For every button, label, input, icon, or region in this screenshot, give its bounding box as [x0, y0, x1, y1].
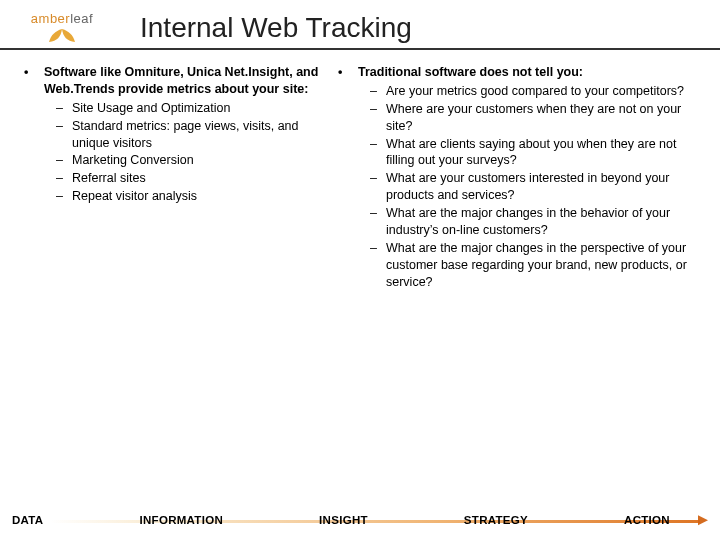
- bullet-item: • Software like Omniture, Unica Net.Insi…: [24, 64, 334, 206]
- right-column: • Traditional software does not tell you…: [338, 64, 696, 293]
- bullet-lead-text: Traditional software does not tell you:: [358, 65, 583, 79]
- leaf-icon: [47, 27, 77, 45]
- slide-body: • Software like Omniture, Unica Net.Insi…: [0, 50, 720, 293]
- sub-item: –Where are your customers when they are …: [370, 101, 696, 135]
- sub-text: Marketing Conversion: [72, 152, 334, 169]
- sub-text: Are your metrics good compared to your c…: [386, 83, 696, 100]
- footer-bar: DATA INFORMATION INSIGHT STRATEGY ACTION: [0, 514, 720, 526]
- sub-item: –Marketing Conversion: [56, 152, 334, 169]
- bullet-item: • Traditional software does not tell you…: [338, 64, 696, 291]
- footer-label: DATA: [12, 514, 43, 526]
- sub-dash: –: [56, 100, 72, 117]
- sub-text: Referral sites: [72, 170, 334, 187]
- sub-dash: –: [370, 83, 386, 100]
- sub-text: Repeat visitor analysis: [72, 188, 334, 205]
- sub-text: Site Usage and Optimization: [72, 100, 334, 117]
- sub-dash: –: [370, 136, 386, 170]
- bullet-body: Software like Omniture, Unica Net.Insigh…: [44, 64, 334, 206]
- sub-item: –Are your metrics good compared to your …: [370, 83, 696, 100]
- sub-text: Standard metrics: page views, visits, an…: [72, 118, 334, 152]
- bullet-marker: •: [24, 64, 44, 206]
- sub-item: –Repeat visitor analysis: [56, 188, 334, 205]
- footer-label: INFORMATION: [139, 514, 223, 526]
- sub-text: What are the major changes in the behavi…: [386, 205, 696, 239]
- sub-item: –Site Usage and Optimization: [56, 100, 334, 117]
- slide-header: amberleaf Internal Web Tracking: [0, 0, 720, 50]
- bullet-marker: •: [338, 64, 358, 291]
- footer-label: STRATEGY: [464, 514, 528, 526]
- slide-title: Internal Web Tracking: [140, 12, 412, 44]
- bullet-lead-text: Software like Omniture, Unica Net.Insigh…: [44, 65, 318, 96]
- logo-word-amber: amber: [31, 11, 70, 26]
- sub-dash: –: [370, 101, 386, 135]
- sub-item: –Referral sites: [56, 170, 334, 187]
- left-column: • Software like Omniture, Unica Net.Insi…: [24, 64, 334, 293]
- footer-label: INSIGHT: [319, 514, 368, 526]
- sub-text: What are clients saying about you when t…: [386, 136, 696, 170]
- sub-dash: –: [56, 152, 72, 169]
- sub-text: Where are your customers when they are n…: [386, 101, 696, 135]
- bullet-body: Traditional software does not tell you: …: [358, 64, 696, 291]
- sub-item: –What are the major changes in the behav…: [370, 205, 696, 239]
- footer-items: DATA INFORMATION INSIGHT STRATEGY ACTION: [8, 514, 700, 526]
- sub-list: –Site Usage and Optimization –Standard m…: [44, 100, 334, 205]
- sub-dash: –: [370, 240, 386, 291]
- sub-item: –Standard metrics: page views, visits, a…: [56, 118, 334, 152]
- footer-label: ACTION: [624, 514, 670, 526]
- sub-text: What are your customers interested in be…: [386, 170, 696, 204]
- logo-text: amberleaf: [31, 11, 93, 26]
- sub-dash: –: [370, 170, 386, 204]
- sub-dash: –: [56, 188, 72, 205]
- sub-item: –What are your customers interested in b…: [370, 170, 696, 204]
- sub-list: –Are your metrics good compared to your …: [358, 83, 696, 291]
- logo-word-leaf: leaf: [70, 11, 93, 26]
- sub-dash: –: [370, 205, 386, 239]
- sub-dash: –: [56, 118, 72, 152]
- sub-item: –What are the major changes in the persp…: [370, 240, 696, 291]
- sub-text: What are the major changes in the perspe…: [386, 240, 696, 291]
- sub-dash: –: [56, 170, 72, 187]
- sub-item: –What are clients saying about you when …: [370, 136, 696, 170]
- logo: amberleaf: [12, 11, 112, 45]
